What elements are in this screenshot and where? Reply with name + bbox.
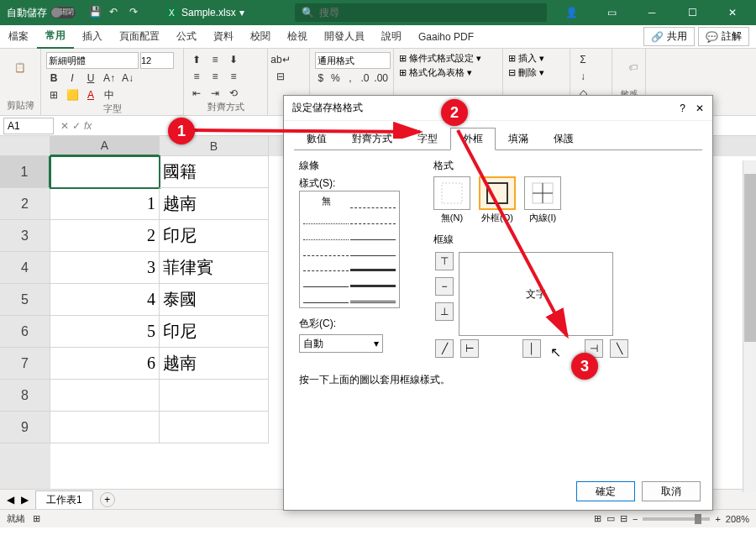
cell[interactable]: [50, 412, 160, 443]
minimize-icon[interactable]: ─: [635, 0, 669, 25]
tab-home[interactable]: 常用: [37, 25, 74, 49]
row-header[interactable]: 6: [0, 316, 50, 348]
border-mid-v-button[interactable]: │: [522, 339, 541, 358]
tab-file[interactable]: 檔案: [0, 25, 37, 49]
select-all-corner[interactable]: [0, 136, 50, 156]
row-header[interactable]: 5: [0, 284, 50, 316]
sheet-nav-prev-icon[interactable]: ◀: [7, 494, 14, 506]
cell[interactable]: 國籍: [160, 156, 269, 188]
search-input[interactable]: [319, 7, 540, 18]
line-style-option[interactable]: [350, 211, 396, 224]
chevron-down-icon[interactable]: ▾: [239, 7, 244, 18]
font-color-button[interactable]: A: [83, 87, 98, 102]
sheet-nav-next-icon[interactable]: ▶: [21, 494, 29, 506]
font-decrease-icon[interactable]: A↓: [120, 71, 135, 86]
undo-icon[interactable]: ↶: [109, 6, 123, 19]
close-icon[interactable]: ✕: [716, 0, 749, 25]
border-left-button[interactable]: ⊢: [460, 339, 479, 358]
row-header[interactable]: 9: [0, 412, 50, 443]
name-box[interactable]: A1: [3, 118, 54, 134]
cell[interactable]: 泰國: [160, 284, 269, 316]
phonetic-button[interactable]: 中: [102, 87, 117, 102]
toggle-switch[interactable]: 關閉: [50, 7, 76, 18]
dialog-tab-font[interactable]: 字型: [405, 128, 450, 150]
cell[interactable]: [50, 156, 160, 188]
row-header[interactable]: 7: [0, 348, 50, 380]
tab-gaaiho-pdf[interactable]: Gaaiho PDF: [410, 25, 482, 49]
align-left-icon[interactable]: ≡: [189, 69, 204, 84]
fx-icon[interactable]: fx: [84, 120, 92, 132]
paste-button[interactable]: 📋: [5, 52, 35, 82]
cell[interactable]: 越南: [160, 348, 269, 380]
account-icon[interactable]: 👤: [554, 0, 588, 25]
font-size-input[interactable]: [140, 52, 174, 69]
ok-button[interactable]: 確定: [576, 481, 635, 501]
dialog-tab-number[interactable]: 數值: [294, 128, 339, 150]
sheet-tab[interactable]: 工作表1: [35, 490, 93, 509]
redo-icon[interactable]: ↷: [129, 6, 143, 19]
ribbon-display-icon[interactable]: ▭: [595, 0, 628, 25]
save-icon[interactable]: 💾: [89, 6, 102, 19]
cell[interactable]: 1: [50, 188, 160, 220]
font-name-input[interactable]: [46, 52, 139, 69]
color-dropdown[interactable]: 自動 ▾: [299, 334, 383, 353]
dialog-tab-fill[interactable]: 填滿: [496, 128, 541, 150]
underline-button[interactable]: U: [83, 71, 98, 86]
line-style-option[interactable]: [303, 258, 349, 271]
format-table-button[interactable]: ⊞ 格式化為表格 ▾: [399, 66, 497, 79]
row-header[interactable]: 8: [0, 380, 50, 412]
cell[interactable]: 越南: [160, 188, 269, 220]
cell[interactable]: 4: [50, 284, 160, 316]
cell[interactable]: 菲律賓: [160, 252, 269, 284]
cell[interactable]: 印尼: [160, 220, 269, 252]
percent-icon[interactable]: %: [330, 71, 342, 86]
comments-button[interactable]: 💬 註解: [698, 27, 749, 46]
font-increase-icon[interactable]: A↑: [102, 71, 117, 86]
maximize-icon[interactable]: ☐: [675, 0, 709, 25]
cell[interactable]: 6: [50, 348, 160, 380]
line-style-option[interactable]: [350, 195, 396, 208]
tab-formulas[interactable]: 公式: [168, 25, 205, 49]
search-box[interactable]: 🔍: [295, 3, 547, 22]
line-style-option[interactable]: [350, 243, 396, 256]
borders-button[interactable]: ⊞: [46, 87, 61, 102]
column-header[interactable]: A: [50, 136, 160, 156]
preset-outline-button[interactable]: [479, 176, 516, 210]
share-button[interactable]: 🔗 共用: [643, 27, 695, 46]
dialog-tab-protection[interactable]: 保護: [541, 128, 586, 150]
dialog-tab-border[interactable]: 外框: [450, 128, 496, 150]
line-style-option[interactable]: [350, 227, 396, 240]
cell[interactable]: [50, 380, 160, 412]
preset-none-button[interactable]: [433, 176, 470, 210]
fill-icon[interactable]: ↓: [575, 69, 591, 84]
align-center-icon[interactable]: ≡: [207, 69, 223, 84]
cell[interactable]: 3: [50, 252, 160, 284]
bold-button[interactable]: B: [46, 71, 61, 86]
decrease-decimal-icon[interactable]: .00: [374, 71, 388, 86]
line-style-option[interactable]: [303, 227, 349, 240]
align-top-icon[interactable]: ⬆: [189, 52, 204, 67]
border-bottom-button[interactable]: ⊥: [435, 302, 454, 321]
zoom-out-button[interactable]: −: [633, 514, 638, 524]
autosum-icon[interactable]: Σ: [575, 52, 591, 67]
filename-display[interactable]: X Sample.xlsx ▾: [150, 7, 261, 18]
tab-view[interactable]: 檢視: [279, 25, 316, 49]
autosave-toggle[interactable]: 自動儲存 關閉: [0, 6, 82, 20]
increase-decimal-icon[interactable]: .0: [360, 71, 371, 86]
decrease-indent-icon[interactable]: ⇤: [189, 86, 204, 101]
line-style-none[interactable]: 無: [303, 195, 349, 208]
preset-inside-button[interactable]: [524, 176, 561, 210]
view-page-layout-icon[interactable]: ▭: [606, 513, 615, 524]
view-page-break-icon[interactable]: ⊟: [620, 513, 627, 524]
align-bottom-icon[interactable]: ⬇: [226, 52, 241, 67]
delete-cells-button[interactable]: ⊟ 刪除 ▾: [508, 66, 564, 79]
currency-icon[interactable]: $: [315, 71, 327, 86]
vertical-scrollbar[interactable]: [743, 160, 756, 492]
confirm-formula-icon[interactable]: ✓: [72, 120, 81, 132]
line-style-option[interactable]: [303, 243, 349, 256]
close-dialog-icon[interactable]: ✕: [696, 102, 704, 114]
cell[interactable]: 5: [50, 316, 160, 348]
border-mid-h-button[interactable]: −: [435, 277, 454, 296]
line-style-option[interactable]: [303, 211, 349, 224]
increase-indent-icon[interactable]: ⇥: [207, 86, 223, 101]
